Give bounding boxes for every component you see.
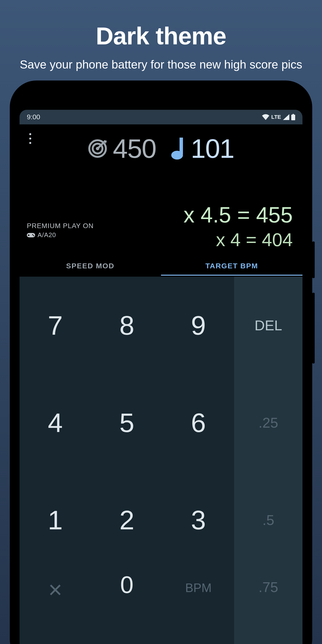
readout-row: 450 101 [20, 133, 302, 164]
mode-line2: A/A20 [38, 231, 56, 239]
status-bar: 9:00 LTE [20, 110, 302, 124]
svg-point-6 [171, 151, 183, 160]
key-del[interactable]: DEL [234, 277, 302, 374]
key-3[interactable]: 3 [163, 471, 234, 568]
phone-side-button [312, 293, 315, 364]
battery-icon [291, 114, 295, 120]
phone-side-button [312, 242, 315, 278]
bpm-value: 101 [191, 133, 234, 164]
promo-subtitle: Save your phone battery for those new hi… [0, 57, 322, 72]
svg-point-10 [32, 234, 33, 235]
status-time: 9:00 [27, 113, 40, 121]
mode-label: PREMIUM PLAY ON A/A20 [27, 222, 94, 239]
bpm-readout[interactable]: 101 [171, 133, 234, 164]
network-label: LTE [271, 114, 281, 120]
music-note-icon [171, 138, 186, 160]
wifi-icon [262, 114, 269, 120]
key-8[interactable]: 8 [91, 277, 162, 374]
result-secondary: x 4 = 404 [184, 229, 293, 250]
tab-speed-mod[interactable]: SPEED MOD [20, 256, 161, 276]
gamepad-icon [27, 232, 35, 238]
key-0[interactable]: 0 [91, 568, 162, 644]
svg-rect-0 [291, 115, 295, 120]
key-4[interactable]: 4 [20, 374, 91, 471]
key-half[interactable]: .5 [234, 471, 302, 568]
target-readout[interactable]: 450 [88, 133, 156, 164]
target-value: 450 [113, 133, 156, 164]
svg-rect-9 [28, 235, 30, 236]
key-quarter[interactable]: .25 [234, 374, 302, 471]
app-screen: 450 101 PREMIUM PLAY ON A/ [20, 124, 302, 644]
mode-line1: PREMIUM PLAY ON [27, 222, 94, 230]
result-primary: x 4.5 = 455 [184, 202, 293, 228]
target-icon [88, 139, 107, 158]
svg-point-11 [33, 235, 34, 236]
key-6[interactable]: 6 [163, 374, 234, 471]
key-5[interactable]: 5 [91, 374, 162, 471]
status-indicators: LTE [262, 114, 295, 120]
calculation-results: x 4.5 = 455 x 4 = 404 [184, 202, 293, 250]
svg-rect-1 [292, 114, 294, 115]
key-9[interactable]: 9 [163, 277, 234, 374]
key-1[interactable]: 1 [20, 471, 91, 568]
promo-title: Dark theme [0, 22, 322, 50]
key-three-quarter[interactable]: .75 [234, 568, 302, 644]
keypad: 7 8 9 DEL 4 5 6 .25 1 2 3 .5 × 0 BPM .75 [20, 277, 302, 644]
signal-icon [283, 114, 289, 120]
tab-bar: SPEED MOD TARGET BPM [20, 256, 302, 276]
key-7[interactable]: 7 [20, 277, 91, 374]
tab-target-bpm[interactable]: TARGET BPM [161, 256, 302, 276]
key-times[interactable]: × [20, 568, 91, 644]
key-2[interactable]: 2 [91, 471, 162, 568]
phone-frame: 9:00 LTE 450 [10, 80, 312, 644]
key-bpm[interactable]: BPM [163, 568, 234, 644]
